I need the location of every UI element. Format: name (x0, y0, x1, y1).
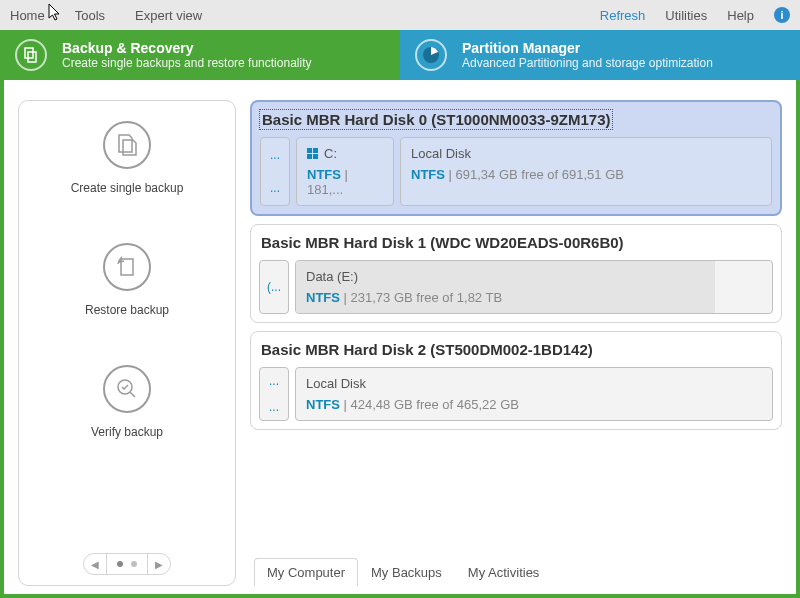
pager-next[interactable]: ▶ (148, 554, 170, 574)
tab-partition-manager[interactable]: Partition Manager Advanced Partitioning … (400, 30, 800, 80)
info-icon[interactable]: i (774, 7, 790, 23)
verify-backup[interactable]: Verify backup (91, 365, 163, 439)
bottom-tabs: My Computer My Backups My Activities (254, 558, 782, 586)
menu-tools[interactable]: Tools (75, 8, 105, 23)
disk-list: Basic MBR Hard Disk 0 (ST1000NM0033-9ZM1… (250, 100, 782, 552)
disk-2-title: Basic MBR Hard Disk 2 (ST500DM002-1BD142… (259, 340, 773, 359)
create-backup-label: Create single backup (71, 181, 184, 195)
create-backup-icon (103, 121, 151, 169)
tab-my-backups[interactable]: My Backups (358, 558, 455, 586)
pager-prev[interactable]: ◀ (84, 554, 106, 574)
windows-icon (307, 148, 318, 159)
disk-2[interactable]: Basic MBR Hard Disk 2 (ST500DM002-1BD142… (250, 331, 782, 430)
menu-help[interactable]: Help (727, 8, 754, 23)
tab-my-activities[interactable]: My Activities (455, 558, 553, 586)
disk-0-reserved[interactable]: ...... (260, 137, 290, 206)
disk-1-partition-data[interactable]: Data (E:) NTFS | 231,73 GB free of 1,82 … (295, 260, 773, 314)
disk-0-partition-c[interactable]: C: NTFS | 181,... (296, 137, 394, 206)
disk-2-reserved[interactable]: ...... (259, 367, 289, 421)
disk-1-reserved[interactable]: (... (259, 260, 289, 314)
partition-icon (415, 39, 447, 71)
pager-dot-1[interactable] (117, 561, 123, 567)
disk-0-title: Basic MBR Hard Disk 0 (ST1000NM0033-9ZM1… (260, 110, 612, 129)
disk-1-title: Basic MBR Hard Disk 1 (WDC WD20EADS-00R6… (259, 233, 773, 252)
tab-backup-subtitle: Create single backups and restore functi… (62, 56, 311, 70)
sidebar-pager: ◀ ▶ (83, 553, 171, 575)
restore-backup[interactable]: Restore backup (85, 243, 169, 317)
tab-partition-title: Partition Manager (462, 40, 713, 56)
backup-icon (15, 39, 47, 71)
tab-backup-title: Backup & Recovery (62, 40, 311, 56)
disk-0-partition-local[interactable]: Local Disk NTFS | 691,34 GB free of 691,… (400, 137, 772, 206)
pager-dot-2[interactable] (131, 561, 137, 567)
tab-backup-recovery[interactable]: Backup & Recovery Create single backups … (0, 30, 400, 80)
verify-backup-icon (103, 365, 151, 413)
restore-backup-icon (103, 243, 151, 291)
disk-0[interactable]: Basic MBR Hard Disk 0 (ST1000NM0033-9ZM1… (250, 100, 782, 216)
disk-1[interactable]: Basic MBR Hard Disk 1 (WDC WD20EADS-00R6… (250, 224, 782, 323)
tab-partition-subtitle: Advanced Partitioning and storage optimi… (462, 56, 713, 70)
restore-backup-label: Restore backup (85, 303, 169, 317)
menu-utilities[interactable]: Utilities (665, 8, 707, 23)
menu-expert-view[interactable]: Expert view (135, 8, 202, 23)
disk-2-partition-local[interactable]: Local Disk NTFS | 424,48 GB free of 465,… (295, 367, 773, 421)
sidebar: Create single backup Restore backup Veri… (18, 100, 236, 586)
verify-backup-label: Verify backup (91, 425, 163, 439)
create-single-backup[interactable]: Create single backup (71, 121, 184, 195)
tab-my-computer[interactable]: My Computer (254, 558, 358, 586)
menu-home[interactable]: Home (10, 8, 45, 23)
menu-refresh[interactable]: Refresh (600, 8, 646, 23)
